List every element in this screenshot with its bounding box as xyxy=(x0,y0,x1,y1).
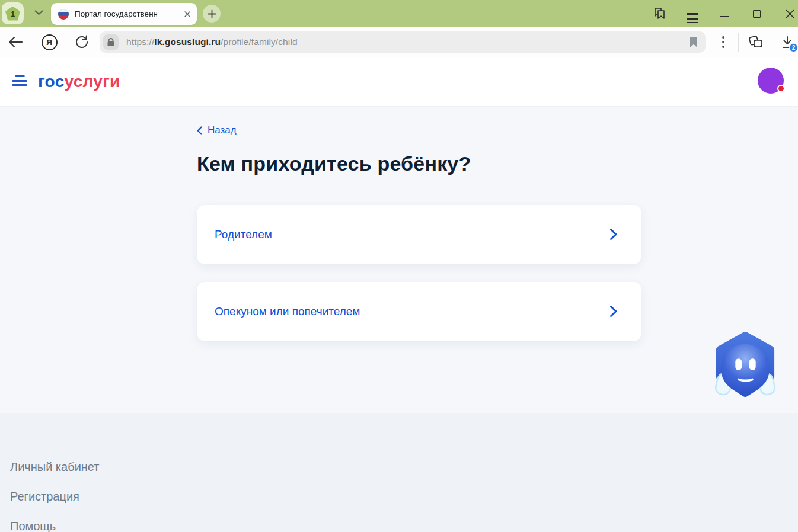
url-scheme: https:// xyxy=(126,37,154,47)
user-avatar[interactable] xyxy=(758,68,784,94)
option-label: Родителем xyxy=(215,228,272,241)
bookmark-flag-icon[interactable] xyxy=(689,37,698,48)
window-close-button[interactable] xyxy=(782,6,797,21)
footer-link-registration[interactable]: Регистрация xyxy=(10,490,79,504)
gosuslugi-header: госуслуги xyxy=(0,57,798,107)
ssl-lock-icon[interactable] xyxy=(103,34,119,50)
new-tab-button[interactable] xyxy=(203,5,221,23)
tab-close-icon[interactable] xyxy=(183,10,191,18)
back-link-label: Назад xyxy=(208,124,237,136)
url-path: /profile/family/child xyxy=(221,37,298,47)
browser-menu-icon[interactable] xyxy=(685,6,700,21)
refresh-icon[interactable] xyxy=(74,34,90,50)
yandex-home-icon[interactable]: Я xyxy=(41,34,58,50)
tab-counter-shield-icon: 1 xyxy=(5,7,20,21)
option-card-parent[interactable]: Родителем xyxy=(197,205,641,264)
download-count-badge: 2 xyxy=(789,43,798,52)
browser-tab-strip: 1 Портал государственн xyxy=(0,0,798,27)
browser-toolbar: Я https://lk.gosuslugi.ru/profile/family… xyxy=(0,27,798,57)
side-panels-icon[interactable] xyxy=(652,6,667,21)
url-text: https://lk.gosuslugi.ru/profile/family/c… xyxy=(126,37,298,47)
option-label: Опекуном или попечителем xyxy=(215,305,360,318)
downloads-icon[interactable]: 2 xyxy=(779,34,796,50)
window-maximize-button[interactable] xyxy=(749,6,764,21)
russian-flag-favicon-icon xyxy=(58,9,69,20)
back-link[interactable]: Назад xyxy=(197,124,237,136)
logo-text-red: услуги xyxy=(65,72,120,91)
footer-link-help[interactable]: Помощь xyxy=(10,520,56,532)
footer-link-personal-cabinet[interactable]: Личный кабинет xyxy=(10,460,99,474)
page-title: Кем приходитесь ребёнку? xyxy=(197,152,798,175)
chevron-right-icon xyxy=(609,305,618,318)
toolbar-divider xyxy=(738,33,739,52)
tab-counter-button[interactable]: 1 xyxy=(2,2,24,24)
extensions-icon[interactable] xyxy=(747,34,764,50)
url-domain: lk.gosuslugi.ru xyxy=(154,37,221,47)
site-menu-burger-icon[interactable] xyxy=(12,75,27,89)
tab-title: Портал государственн xyxy=(75,9,181,18)
window-minimize-button[interactable] xyxy=(717,6,732,21)
logo-text-blue: гос xyxy=(38,72,65,91)
address-bar[interactable]: https://lk.gosuslugi.ru/profile/family/c… xyxy=(100,31,706,53)
option-card-guardian[interactable]: Опекуном или попечителем xyxy=(197,282,641,341)
tab-count: 1 xyxy=(11,9,15,18)
assistant-robot-icon[interactable] xyxy=(713,330,777,399)
browser-tab-active[interactable]: Портал государственн xyxy=(51,3,197,25)
chevron-right-icon xyxy=(609,228,618,241)
site-footer: Личный кабинет Регистрация Помощь xyxy=(0,413,798,532)
back-navigation-icon[interactable] xyxy=(7,34,24,50)
page-content: Назад Кем приходитесь ребёнку? Родителем… xyxy=(0,107,798,413)
tab-list-chevron-down-icon[interactable] xyxy=(34,10,43,15)
notification-dot xyxy=(777,85,785,92)
kebab-menu-icon[interactable] xyxy=(715,34,732,50)
gosuslugi-logo[interactable]: госуслуги xyxy=(38,57,120,106)
